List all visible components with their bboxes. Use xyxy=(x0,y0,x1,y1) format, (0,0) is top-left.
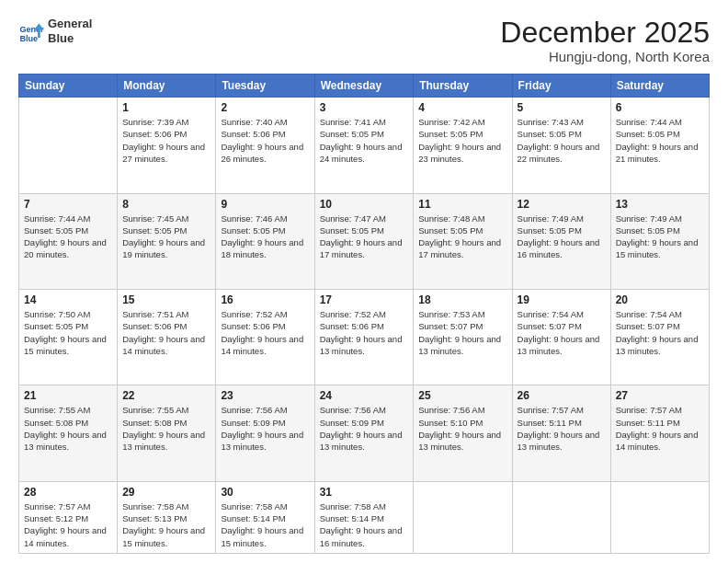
day-info: Sunrise: 7:42 AMSunset: 5:05 PMDaylight:… xyxy=(418,116,506,165)
day-number: 23 xyxy=(221,389,309,402)
weekday-header-cell: Friday xyxy=(512,75,610,98)
calendar-cell: 8Sunrise: 7:45 AMSunset: 5:05 PMDaylight… xyxy=(118,193,216,289)
calendar-cell: 27Sunrise: 7:57 AMSunset: 5:11 PMDayligh… xyxy=(610,385,709,481)
day-info: Sunrise: 7:54 AMSunset: 5:07 PMDaylight:… xyxy=(616,308,704,357)
day-info: Sunrise: 7:56 AMSunset: 5:09 PMDaylight:… xyxy=(221,404,309,453)
calendar-cell: 18Sunrise: 7:53 AMSunset: 5:07 PMDayligh… xyxy=(414,290,512,385)
calendar-cell: 23Sunrise: 7:56 AMSunset: 5:09 PMDayligh… xyxy=(216,385,314,481)
day-number: 12 xyxy=(518,198,606,211)
day-number: 15 xyxy=(122,293,210,306)
logo: General Blue General Blue xyxy=(18,17,92,45)
day-number: 26 xyxy=(518,389,606,402)
calendar-cell: 21Sunrise: 7:55 AMSunset: 5:08 PMDayligh… xyxy=(19,385,118,481)
day-number: 1 xyxy=(122,101,210,114)
header: General Blue General Blue December 2025 … xyxy=(18,17,710,64)
day-info: Sunrise: 7:57 AMSunset: 5:11 PMDaylight:… xyxy=(616,404,704,453)
day-info: Sunrise: 7:44 AMSunset: 5:05 PMDaylight:… xyxy=(24,213,112,261)
day-info: Sunrise: 7:46 AMSunset: 5:05 PMDaylight:… xyxy=(221,213,309,261)
calendar-cell xyxy=(414,481,512,553)
svg-text:Blue: Blue xyxy=(19,33,38,42)
weekday-header-row: SundayMondayTuesdayWednesdayThursdayFrid… xyxy=(19,75,710,98)
calendar-body: 1Sunrise: 7:39 AMSunset: 5:06 PMDaylight… xyxy=(19,98,710,554)
calendar-cell: 17Sunrise: 7:52 AMSunset: 5:06 PMDayligh… xyxy=(314,290,414,385)
calendar-cell: 2Sunrise: 7:40 AMSunset: 5:06 PMDaylight… xyxy=(216,98,314,193)
calendar-cell: 7Sunrise: 7:44 AMSunset: 5:05 PMDaylight… xyxy=(19,193,118,289)
day-info: Sunrise: 7:52 AMSunset: 5:06 PMDaylight:… xyxy=(320,308,409,357)
day-number: 19 xyxy=(518,293,606,306)
day-number: 3 xyxy=(320,101,409,114)
day-number: 25 xyxy=(418,389,506,402)
calendar-cell: 26Sunrise: 7:57 AMSunset: 5:11 PMDayligh… xyxy=(512,385,610,481)
weekday-header-cell: Saturday xyxy=(610,75,709,98)
day-info: Sunrise: 7:58 AMSunset: 5:13 PMDaylight:… xyxy=(122,500,210,549)
day-number: 4 xyxy=(418,101,506,114)
calendar-cell: 3Sunrise: 7:41 AMSunset: 5:05 PMDaylight… xyxy=(314,98,414,193)
day-number: 17 xyxy=(320,293,409,306)
calendar-cell: 19Sunrise: 7:54 AMSunset: 5:07 PMDayligh… xyxy=(512,290,610,385)
day-number: 9 xyxy=(221,198,309,211)
day-number: 29 xyxy=(122,486,210,499)
calendar-cell xyxy=(19,98,118,193)
day-number: 18 xyxy=(418,293,506,306)
calendar-cell: 30Sunrise: 7:58 AMSunset: 5:14 PMDayligh… xyxy=(216,481,314,553)
day-number: 14 xyxy=(24,293,112,306)
logo-text: General Blue xyxy=(48,17,92,45)
day-number: 28 xyxy=(24,486,112,499)
day-number: 11 xyxy=(418,198,506,211)
day-number: 20 xyxy=(616,293,704,306)
calendar-cell: 28Sunrise: 7:57 AMSunset: 5:12 PMDayligh… xyxy=(19,481,118,553)
calendar-cell xyxy=(610,481,709,553)
day-info: Sunrise: 7:57 AMSunset: 5:11 PMDaylight:… xyxy=(518,404,606,453)
day-info: Sunrise: 7:45 AMSunset: 5:05 PMDaylight:… xyxy=(122,213,210,261)
day-number: 2 xyxy=(221,101,309,114)
day-info: Sunrise: 7:43 AMSunset: 5:05 PMDaylight:… xyxy=(518,116,606,165)
calendar-cell: 6Sunrise: 7:44 AMSunset: 5:05 PMDaylight… xyxy=(610,98,709,193)
page: General Blue General Blue December 2025 … xyxy=(0,0,728,563)
calendar-cell: 5Sunrise: 7:43 AMSunset: 5:05 PMDaylight… xyxy=(512,98,610,193)
calendar-cell: 15Sunrise: 7:51 AMSunset: 5:06 PMDayligh… xyxy=(118,290,216,385)
weekday-header-cell: Monday xyxy=(118,75,216,98)
day-info: Sunrise: 7:58 AMSunset: 5:14 PMDaylight:… xyxy=(221,500,309,549)
day-info: Sunrise: 7:40 AMSunset: 5:06 PMDaylight:… xyxy=(221,116,309,165)
day-info: Sunrise: 7:55 AMSunset: 5:08 PMDaylight:… xyxy=(24,404,112,453)
calendar-cell xyxy=(512,481,610,553)
day-number: 31 xyxy=(320,486,409,499)
day-number: 5 xyxy=(518,101,606,114)
day-info: Sunrise: 7:54 AMSunset: 5:07 PMDaylight:… xyxy=(518,308,606,357)
day-info: Sunrise: 7:53 AMSunset: 5:07 PMDaylight:… xyxy=(418,308,506,357)
day-info: Sunrise: 7:55 AMSunset: 5:08 PMDaylight:… xyxy=(122,404,210,453)
calendar-week-row: 28Sunrise: 7:57 AMSunset: 5:12 PMDayligh… xyxy=(19,481,710,553)
weekday-header-cell: Tuesday xyxy=(216,75,314,98)
day-info: Sunrise: 7:52 AMSunset: 5:06 PMDaylight:… xyxy=(221,308,309,357)
day-number: 22 xyxy=(122,389,210,402)
day-info: Sunrise: 7:39 AMSunset: 5:06 PMDaylight:… xyxy=(122,116,210,165)
day-info: Sunrise: 7:57 AMSunset: 5:12 PMDaylight:… xyxy=(24,500,112,549)
calendar-cell: 22Sunrise: 7:55 AMSunset: 5:08 PMDayligh… xyxy=(118,385,216,481)
calendar-cell: 29Sunrise: 7:58 AMSunset: 5:13 PMDayligh… xyxy=(118,481,216,553)
day-info: Sunrise: 7:44 AMSunset: 5:05 PMDaylight:… xyxy=(616,116,704,165)
location-title: Hungju-dong, North Korea xyxy=(500,49,710,64)
calendar-week-row: 14Sunrise: 7:50 AMSunset: 5:05 PMDayligh… xyxy=(19,290,710,385)
day-number: 27 xyxy=(616,389,704,402)
logo-line1: General xyxy=(48,17,92,30)
calendar-cell: 12Sunrise: 7:49 AMSunset: 5:05 PMDayligh… xyxy=(512,193,610,289)
calendar-cell: 4Sunrise: 7:42 AMSunset: 5:05 PMDaylight… xyxy=(414,98,512,193)
logo-line2: Blue xyxy=(48,31,74,45)
day-info: Sunrise: 7:58 AMSunset: 5:14 PMDaylight:… xyxy=(320,500,409,549)
calendar-week-row: 7Sunrise: 7:44 AMSunset: 5:05 PMDaylight… xyxy=(19,193,710,289)
calendar-cell: 10Sunrise: 7:47 AMSunset: 5:05 PMDayligh… xyxy=(314,193,414,289)
calendar-cell: 20Sunrise: 7:54 AMSunset: 5:07 PMDayligh… xyxy=(610,290,709,385)
day-number: 10 xyxy=(320,198,409,211)
day-number: 6 xyxy=(616,101,704,114)
calendar-cell: 1Sunrise: 7:39 AMSunset: 5:06 PMDaylight… xyxy=(118,98,216,193)
day-number: 7 xyxy=(24,198,112,211)
calendar-cell: 13Sunrise: 7:49 AMSunset: 5:05 PMDayligh… xyxy=(610,193,709,289)
logo-icon: General Blue xyxy=(18,18,44,44)
day-info: Sunrise: 7:50 AMSunset: 5:05 PMDaylight:… xyxy=(24,308,112,357)
weekday-header-cell: Thursday xyxy=(414,75,512,98)
day-info: Sunrise: 7:56 AMSunset: 5:10 PMDaylight:… xyxy=(418,404,506,453)
calendar-week-row: 21Sunrise: 7:55 AMSunset: 5:08 PMDayligh… xyxy=(19,385,710,481)
day-number: 16 xyxy=(221,293,309,306)
day-info: Sunrise: 7:47 AMSunset: 5:05 PMDaylight:… xyxy=(320,213,409,261)
day-info: Sunrise: 7:48 AMSunset: 5:05 PMDaylight:… xyxy=(418,213,506,261)
